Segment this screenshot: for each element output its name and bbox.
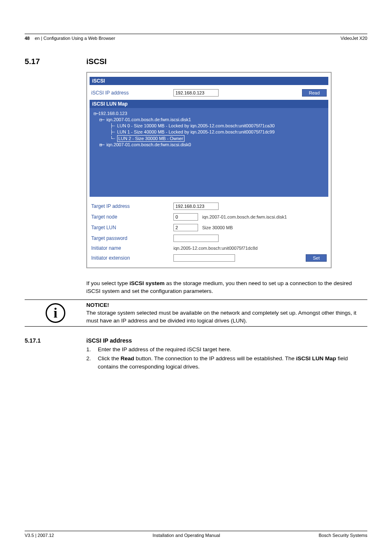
body-paragraph: If you select type iSCSI system as the s… (86, 280, 367, 295)
header-left: 48 en | Configuration Using a Web Browse… (25, 36, 115, 41)
para-bold-iscsi-system: iSCSI system (129, 280, 165, 286)
screenshot-iscsi-panel: iSCSI iSCSI IP address Read iSCSI LUN Ma… (86, 72, 332, 268)
page-footer: V3.5 | 2007.12 Installation and Operatin… (25, 531, 367, 538)
subsection-title: iSCSI IP address (86, 337, 367, 344)
panel-title-bar: iSCSI (90, 77, 328, 85)
list-text: Enter the IP address of the required iSC… (98, 345, 231, 354)
list-bold-lunmap: iSCSI LUN Map (296, 355, 337, 362)
info-icon: i (46, 303, 65, 323)
tree-disk0[interactable]: iqn.2007-01.com.bosch.de:fwm.iscsi.disk0 (106, 142, 191, 147)
tree-branch-icon: └┈ (110, 136, 117, 141)
header-separator (31, 36, 33, 41)
list-number: 2. (86, 355, 98, 371)
tree-lun0[interactable]: LUN 0 - Size 10000 MB - Locked by iqn.20… (117, 123, 274, 128)
iscsi-ip-input[interactable] (173, 89, 219, 97)
footer-company: Bosch Security Systems (318, 533, 367, 538)
target-password-label: Target password (91, 235, 173, 241)
initiator-name-value: iqn.2005-12.com.bosch:unit00075f71dc8d (173, 246, 258, 251)
initiator-extension-input[interactable] (173, 254, 235, 262)
tree-collapse-icon[interactable]: ⊟─ (94, 111, 98, 116)
page-number: 48 (25, 36, 30, 41)
para-text-pre: If you select type (86, 280, 129, 286)
list-text-mid: button. The connection to the IP address… (134, 355, 296, 362)
subsection-number: 5.17.1 (25, 337, 86, 371)
target-node-label: Target node (91, 214, 173, 220)
set-button[interactable]: Set (306, 254, 327, 262)
list-bold-read: Read (121, 355, 134, 362)
section-title: iSCSI (86, 57, 367, 66)
tree-branch-icon: ├┈ (110, 129, 117, 135)
read-button[interactable]: Read (302, 89, 327, 97)
footer-doc-title: Installation and Operating Manual (152, 533, 220, 538)
tree-root[interactable]: 192.168.0.123 (98, 111, 127, 116)
footer-version: V3.5 | 2007.12 (25, 533, 54, 538)
header-product: VideoJet X20 (341, 36, 367, 41)
lunmap-title-bar: iSCSI LUN Map (90, 100, 328, 108)
tree-expand-icon[interactable]: ⊞─ (99, 142, 106, 147)
target-lun-input[interactable] (173, 224, 198, 231)
tree-disk1[interactable]: iqn.2007-01.com.bosch.de:fwm.iscsi.disk1 (106, 117, 191, 122)
lunmap-tree[interactable]: ⊟─192.168.0.123 ⊟─ iqn.2007-01.com.bosch… (90, 108, 328, 197)
target-lun-size: Size 30000 MB (202, 225, 233, 230)
tree-collapse-icon[interactable]: ⊟─ (99, 117, 106, 122)
tree-lun1[interactable]: LUN 1 - Size 40000 MB - Locked by iqn.20… (117, 129, 274, 134)
numbered-list: 1. Enter the IP address of the required … (86, 345, 367, 371)
list-text: Click the Read button. The connection to… (98, 355, 367, 371)
tree-lun2-selected[interactable]: LUN 2 - Size 30000 MB - Owner (117, 135, 184, 142)
page-header: 48 en | Configuration Using a Web Browse… (25, 34, 367, 41)
notice-block: i NOTICE! The storage system selected mu… (25, 300, 367, 327)
target-ip-input[interactable] (173, 203, 219, 210)
initiator-name-label: Initiator name (91, 245, 173, 251)
target-password-input[interactable] (173, 235, 219, 242)
list-number: 1. (86, 345, 98, 354)
iscsi-ip-label: iSCSI IP address (91, 90, 173, 96)
target-node-input[interactable] (173, 213, 198, 221)
initiator-extension-label: Initiator extension (91, 255, 173, 261)
notice-heading: NOTICE! (86, 302, 109, 308)
header-breadcrumb: en | Configuration Using a Web Browser (35, 36, 115, 41)
notice-text: The storage system selected must be avai… (86, 310, 356, 324)
target-node-iqn: iqn.2007-01.com.bosch.de:fwm.iscsi.disk1 (202, 214, 287, 219)
list-text-pre: Click the (98, 355, 121, 362)
tree-branch-icon: ├┈ (110, 123, 117, 129)
target-ip-label: Target IP address (91, 203, 173, 209)
section-number: 5.17 (25, 57, 86, 66)
target-lun-label: Target LUN (91, 225, 173, 230)
divider (25, 326, 367, 327)
